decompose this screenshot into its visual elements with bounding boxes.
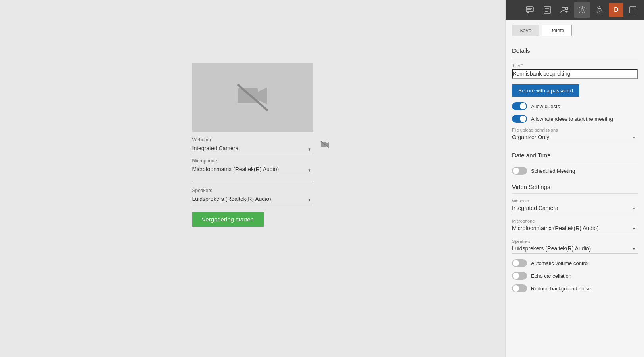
divider: [192, 181, 313, 181]
video-preview: [192, 63, 313, 132]
vs-webcam-select-wrapper: Integrated Camera ▼: [512, 204, 638, 213]
allow-guests-slider: [512, 102, 527, 110]
vs-microphone-select-wrapper: Microfoonmatrix (Realtek(R) Audio) ▼: [512, 224, 638, 233]
reduce-bg-toggle-row: Reduce background noise: [512, 284, 638, 292]
title-label: Title *: [512, 63, 638, 68]
video-off-icon: [237, 84, 268, 111]
webcam-label: Webcam: [192, 137, 313, 143]
webcam-select[interactable]: Integrated Camera: [192, 144, 313, 153]
auto-volume-label: Automatic volume control: [531, 260, 589, 266]
reduce-bg-toggle[interactable]: [512, 284, 527, 292]
notes-icon: [544, 6, 551, 14]
speakers-select-wrapper: Luidsprekers (Realtek(R) Audio) ▼: [192, 195, 313, 204]
file-upload-group: File upload permissions Organizer Only ▼: [512, 128, 638, 142]
details-section-title: Details: [512, 42, 638, 58]
allow-attendees-toggle[interactable]: [512, 115, 527, 123]
svg-point-14: [565, 7, 568, 10]
video-settings-title: Video Settings: [512, 179, 638, 194]
camera-panel: Webcam Integrated Camera ▼ Microphone: [192, 63, 313, 227]
scheduled-meeting-toggle-row: Scheduled Meeting: [512, 167, 638, 175]
brightness-icon: [596, 6, 604, 14]
allow-guests-toggle-row: Allow guests: [512, 102, 638, 110]
vs-speakers-group: Speakers Luidsprekers (Realtek(R) Audio)…: [512, 239, 638, 254]
allow-attendees-slider: [512, 115, 527, 123]
microphone-field-group: Microphone Microfoonmatrix (Realtek(R) A…: [192, 158, 313, 174]
details-section: Details Title * Secure with a password A…: [512, 42, 638, 142]
echo-cancel-label: Echo cancellation: [531, 273, 571, 279]
sidebar: D Save Delete Details Title * Secure wit…: [505, 0, 644, 357]
speakers-select[interactable]: Luidsprekers (Realtek(R) Audio): [192, 195, 313, 204]
date-time-section: Date and Time Scheduled Meeting: [512, 148, 638, 175]
file-upload-select[interactable]: Organizer Only: [512, 133, 638, 142]
vs-microphone-select[interactable]: Microfoonmatrix (Realtek(R) Audio): [512, 224, 638, 233]
allow-attendees-toggle-row: Allow attendees to start the meeting: [512, 115, 638, 123]
camera-toggle-button[interactable]: [320, 141, 329, 150]
scheduled-meeting-slider: [512, 167, 527, 175]
sidebar-toggle-button[interactable]: [625, 2, 641, 18]
svg-rect-0: [238, 88, 258, 103]
brightness-button[interactable]: [592, 2, 608, 18]
delete-button[interactable]: Delete: [542, 25, 572, 36]
reduce-bg-label: Reduce background noise: [531, 286, 591, 292]
allow-guests-label: Allow guests: [531, 103, 560, 109]
svg-line-22: [602, 12, 602, 13]
vs-microphone-group: Microphone Microfoonmatrix (Realtek(R) A…: [512, 219, 638, 233]
allow-guests-toggle[interactable]: [512, 102, 527, 110]
svg-line-24: [597, 12, 598, 13]
echo-cancel-slider: [512, 272, 527, 280]
microphone-label: Microphone: [192, 158, 313, 164]
speakers-label: Speakers: [192, 188, 313, 193]
reduce-bg-slider: [512, 284, 527, 292]
svg-point-15: [581, 9, 583, 11]
svg-point-13: [562, 7, 565, 10]
secure-password-button[interactable]: Secure with a password: [512, 84, 579, 97]
file-upload-select-wrapper: Organizer Only ▼: [512, 133, 638, 142]
chat-button[interactable]: [522, 2, 538, 18]
svg-line-23: [602, 8, 602, 8]
scheduled-meeting-label: Scheduled Meeting: [531, 168, 575, 174]
notes-button[interactable]: [539, 2, 555, 18]
speakers-field-group: Speakers Luidsprekers (Realtek(R) Audio)…: [192, 188, 313, 204]
vs-speakers-select-wrapper: Luidsprekers (Realtek(R) Audio) ▼: [512, 244, 638, 254]
video-settings-section: Video Settings Webcam Integrated Camera …: [512, 179, 638, 292]
auto-volume-slider: [512, 259, 527, 267]
echo-cancel-toggle-row: Echo cancellation: [512, 272, 638, 280]
main-content: Webcam Integrated Camera ▼ Microphone: [0, 0, 505, 357]
microphone-select[interactable]: Microfoonmatrix (Realtek(R) Audio): [192, 165, 313, 174]
auto-volume-toggle-row: Automatic volume control: [512, 259, 638, 267]
echo-cancel-toggle[interactable]: [512, 272, 527, 280]
webcam-field-group: Webcam Integrated Camera ▼: [192, 137, 313, 153]
vs-microphone-label: Microphone: [512, 219, 638, 223]
settings-button[interactable]: [574, 2, 590, 18]
contacts-button[interactable]: [557, 2, 573, 18]
svg-rect-3: [321, 142, 326, 147]
allow-attendees-label: Allow attendees to start the meeting: [531, 116, 613, 122]
vs-webcam-select[interactable]: Integrated Camera: [512, 204, 638, 213]
settings-icon: [578, 6, 586, 14]
sidebar-body: Save Delete Details Title * Secure with …: [506, 20, 644, 357]
start-meeting-button[interactable]: Vergadering starten: [192, 212, 264, 227]
file-upload-label: File upload permissions: [512, 128, 638, 132]
save-button[interactable]: Save: [512, 25, 539, 36]
action-row: Save Delete: [512, 25, 638, 36]
svg-marker-1: [258, 88, 267, 104]
vs-webcam-group: Webcam Integrated Camera ▼: [512, 199, 638, 213]
user-avatar[interactable]: D: [609, 3, 623, 17]
vs-webcam-label: Webcam: [512, 199, 638, 203]
vs-speakers-label: Speakers: [512, 239, 638, 244]
camera-off-icon: [320, 141, 329, 148]
microphone-select-wrapper: Microfoonmatrix (Realtek(R) Audio) ▼: [192, 165, 313, 174]
title-input[interactable]: [512, 69, 638, 79]
title-field: Title *: [512, 63, 638, 79]
svg-line-21: [597, 8, 598, 8]
auto-volume-toggle[interactable]: [512, 259, 527, 267]
toolbar: D: [506, 0, 644, 20]
svg-point-16: [598, 8, 601, 11]
sidebar-toggle-icon: [629, 6, 636, 13]
svg-rect-25: [630, 7, 636, 13]
scheduled-meeting-toggle[interactable]: [512, 167, 527, 175]
chat-icon: [526, 6, 534, 13]
webcam-select-wrapper: Integrated Camera ▼: [192, 144, 313, 153]
date-time-title: Date and Time: [512, 148, 638, 162]
vs-speakers-select[interactable]: Luidsprekers (Realtek(R) Audio): [512, 244, 638, 253]
